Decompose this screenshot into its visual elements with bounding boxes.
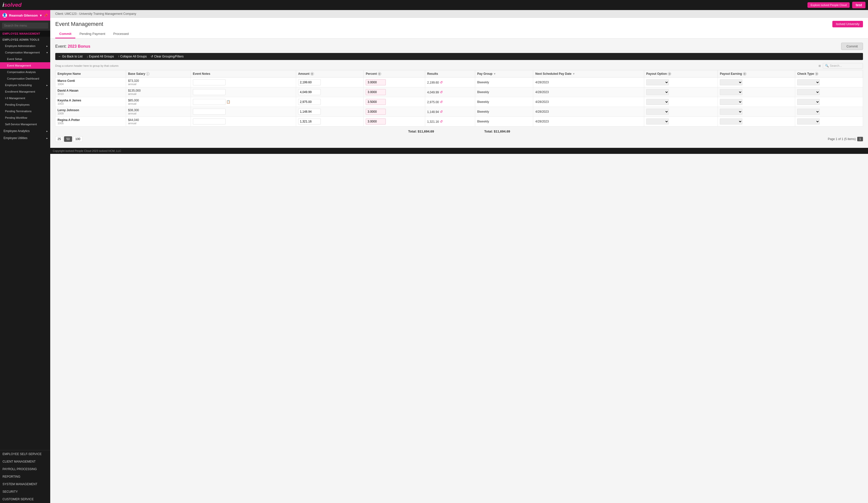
event-notes-input[interactable]: [193, 99, 226, 105]
sidebar-bottom-client-management[interactable]: CLIENT MANAGEMENT: [0, 458, 50, 465]
sidebar-item-i9-management[interactable]: I-9 Management ▸: [0, 95, 50, 102]
sidebar-item-employee-scheduling[interactable]: Employee Scheduling ▸: [0, 82, 50, 88]
event-notes-input[interactable]: [193, 118, 226, 125]
tab-pending-payment[interactable]: Pending Payment: [75, 30, 109, 39]
chevron-right-icon: ▸: [46, 137, 48, 139]
page-size-50[interactable]: 50: [64, 136, 72, 142]
sidebar-user[interactable]: 👤 Reannah Gilenson ▾ 📌: [0, 10, 50, 21]
sidebar-item-compensation-analysis[interactable]: Compensation Analysis: [0, 69, 50, 75]
sidebar-item-compensation-management[interactable]: Compensation Management ▾: [0, 49, 50, 56]
event-notes-input[interactable]: [193, 89, 226, 95]
payout-option-select[interactable]: [646, 99, 669, 105]
payout-earning-select[interactable]: [720, 89, 742, 95]
base-salary-type: annual: [128, 83, 189, 86]
sidebar-bottom-customer-service[interactable]: CUSTOMER SERVICE: [0, 495, 50, 503]
sidebar-bottom-payroll-processing[interactable]: PAYROLL PROCESSING: [0, 465, 50, 473]
amount-input[interactable]: [298, 89, 321, 95]
reset-icon[interactable]: ↺: [440, 110, 443, 114]
check-type-select[interactable]: [797, 109, 820, 115]
sidebar-section-employee-management[interactable]: EMPLOYEE MANAGEMENT: [0, 31, 50, 36]
settings-icon[interactable]: ⊞: [818, 64, 821, 67]
table-row: Marco Conti 1004 $73,320 annual 2,199.60…: [55, 77, 863, 87]
amount-input[interactable]: [298, 99, 321, 105]
payout-option-settings-icon[interactable]: ⚙: [668, 72, 671, 75]
main-content: Client: UMC123 - University Training Man…: [50, 10, 868, 503]
col-employee-name: Employee Name: [55, 70, 126, 77]
sidebar-item-employee-analytics[interactable]: Employee Analytics ▸: [0, 127, 50, 135]
percent-settings-icon[interactable]: ⚙: [378, 72, 381, 75]
amount-settings-icon[interactable]: ⚙: [310, 72, 314, 75]
reset-icon[interactable]: ↺: [440, 90, 443, 94]
sidebar-item-employee-utilities[interactable]: Employee Utilities ▸: [0, 135, 50, 142]
percent-input[interactable]: [366, 89, 386, 95]
payout-earning-select[interactable]: [720, 99, 742, 105]
percent-input[interactable]: [366, 79, 386, 85]
results-value: 4,049.99: [427, 91, 439, 94]
percent-input[interactable]: [366, 109, 386, 115]
sidebar-item-label: Compensation Analysis: [7, 71, 36, 74]
sidebar-bottom-system-management[interactable]: SYSTEM MANAGEMENT: [0, 480, 50, 488]
check-type-select[interactable]: [797, 99, 820, 105]
amount-input[interactable]: [298, 79, 321, 85]
payout-option-select[interactable]: [646, 109, 669, 115]
page-size-25[interactable]: 25: [55, 136, 63, 142]
event-notes-input[interactable]: [193, 109, 226, 115]
sidebar-bottom-security[interactable]: SECURITY: [0, 488, 50, 495]
page-size-100[interactable]: 100: [73, 136, 83, 142]
check-type-settings-icon[interactable]: ⚙: [815, 72, 818, 75]
pay-group-filter-icon[interactable]: ▼: [493, 72, 496, 75]
go-back-to-list-btn[interactable]: ← Go Back to List: [58, 55, 83, 58]
tab-processed[interactable]: Processed: [109, 30, 133, 39]
check-type-select[interactable]: [797, 118, 820, 125]
amount-input[interactable]: [298, 109, 321, 115]
payout-option-select[interactable]: [646, 89, 669, 95]
page-header: Event Management Isolved University Comm…: [50, 18, 868, 39]
sidebar-item-pending-workflow[interactable]: Pending Workflow: [0, 114, 50, 121]
next-pay-date-cell: 4/28/2023: [533, 77, 644, 87]
reset-icon[interactable]: ↺: [440, 119, 443, 124]
payout-earning-select[interactable]: [720, 109, 742, 115]
next-pay-date-filter-icon[interactable]: ▼: [572, 72, 575, 75]
reset-icon[interactable]: ↺: [440, 80, 443, 84]
sidebar-item-employee-administration[interactable]: Employee Administration ▸: [0, 43, 50, 49]
percent-input[interactable]: [366, 118, 386, 125]
isolved-university-button[interactable]: Isolved University: [832, 21, 863, 27]
check-type-select[interactable]: [797, 89, 820, 95]
payout-earning-select[interactable]: [720, 118, 742, 125]
sidebar-item-self-service-management[interactable]: Self-Service Management: [0, 121, 50, 127]
sidebar-item-pending-employees[interactable]: Pending Employees: [0, 102, 50, 108]
tab-commit[interactable]: Commit: [55, 30, 75, 39]
reset-icon[interactable]: ↺: [440, 100, 443, 104]
explore-btn[interactable]: Explore isolved People Cloud: [807, 2, 850, 8]
percent-input[interactable]: [366, 99, 386, 105]
copy-icon[interactable]: 📋: [226, 100, 230, 104]
sidebar-item-compensation-dashboard[interactable]: Compensation Dashboard: [0, 75, 50, 82]
total-amount-label: Total: $11,694.69: [408, 129, 434, 133]
base-salary-type: annual: [128, 112, 189, 115]
expand-all-groups-btn[interactable]: ↓ Expand All Groups: [87, 55, 114, 58]
sidebar-item-enrollment-management[interactable]: Enrollment Management: [0, 88, 50, 95]
check-type-cell: [795, 97, 863, 107]
sidebar-item-event-setup[interactable]: Event Setup: [0, 56, 50, 62]
payout-earning-settings-icon[interactable]: ⚙: [743, 72, 746, 75]
check-type-cell: [795, 107, 863, 117]
sidebar-item-event-management[interactable]: Event Management: [0, 62, 50, 69]
clear-grouping-filters-btn[interactable]: ↺ Clear Grouping/Filters: [151, 55, 184, 58]
sidebar-bottom-employee-self-service[interactable]: EMPLOYEE SELF-SERVICE: [0, 450, 50, 458]
next-pay-date-cell: 4/28/2023: [533, 107, 644, 117]
commit-button[interactable]: Commit: [841, 43, 863, 50]
amount-input[interactable]: [298, 118, 321, 125]
employee-name: Leroy Johnson: [58, 108, 124, 112]
event-notes-input[interactable]: [193, 79, 226, 85]
results-cell: 2,975.00 ↺: [425, 97, 475, 107]
sidebar-search-input[interactable]: [2, 23, 48, 29]
check-type-select[interactable]: [797, 79, 820, 85]
sidebar-item-pending-terminations[interactable]: Pending Terminations: [0, 108, 50, 114]
payout-option-select[interactable]: [646, 118, 669, 125]
payout-option-select[interactable]: [646, 79, 669, 85]
collapse-all-groups-btn[interactable]: ↑ Collapse All Groups: [118, 55, 147, 58]
pin-icon: 📌: [44, 13, 48, 17]
sidebar-section-employee-admin-tools[interactable]: EMPLOYEE ADMIN TOOLS: [0, 36, 50, 43]
payout-earning-select[interactable]: [720, 79, 742, 85]
sidebar-bottom-reporting[interactable]: REPORTING: [0, 473, 50, 480]
